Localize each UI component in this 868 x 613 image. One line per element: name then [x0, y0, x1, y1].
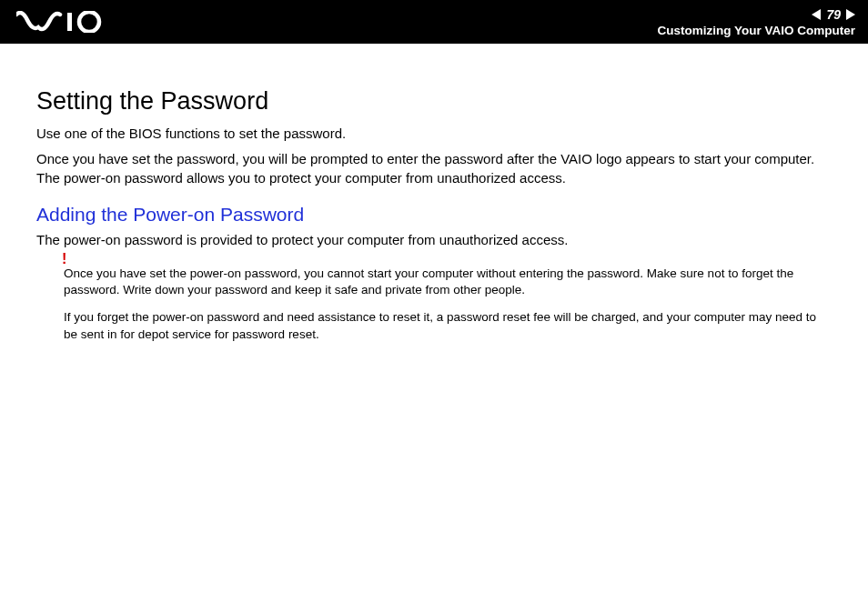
intro-paragraph-1: Use one of the BIOS functions to set the… — [36, 125, 832, 143]
header-bar: 79 Customizing Your VAIO Computer — [0, 0, 868, 44]
pager: 79 — [812, 7, 855, 22]
sub-intro: The power-on password is provided to pro… — [36, 231, 832, 249]
svg-rect-0 — [67, 13, 72, 31]
warning-paragraph-2: If you forget the power-on password and … — [64, 309, 832, 342]
vaio-logo — [16, 11, 116, 33]
svg-point-1 — [79, 12, 99, 32]
page-content: Setting the Password Use one of the BIOS… — [0, 44, 868, 343]
intro-paragraph-2: Once you have set the password, you will… — [36, 150, 832, 187]
next-page-arrow-icon[interactable] — [846, 9, 855, 20]
section-name: Customizing Your VAIO Computer — [657, 24, 855, 37]
prev-page-arrow-icon[interactable] — [812, 9, 821, 20]
warning-icon: ! — [62, 251, 66, 267]
warning-block: ! Once you have set the power-on passwor… — [36, 266, 832, 343]
header-right: 79 Customizing Your VAIO Computer — [657, 7, 855, 37]
page-title: Setting the Password — [36, 87, 832, 116]
subheading: Adding the Power-on Password — [36, 204, 832, 226]
page-number: 79 — [826, 7, 841, 22]
warning-paragraph-1: Once you have set the power-on password,… — [64, 266, 832, 298]
